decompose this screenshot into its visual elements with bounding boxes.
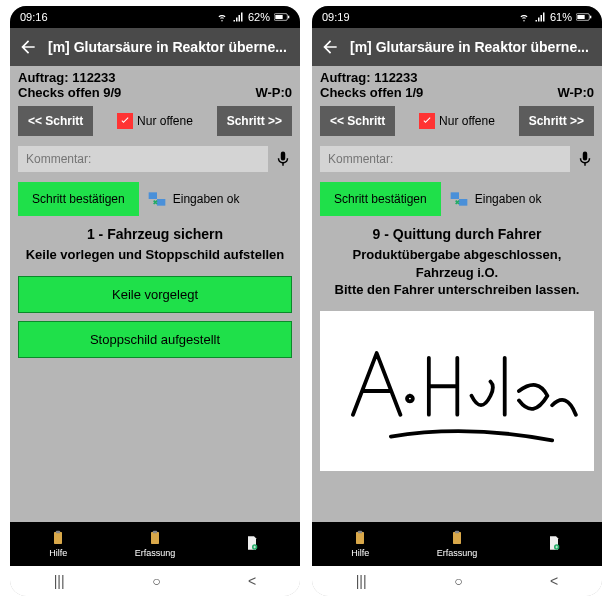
svg-rect-11 <box>577 15 584 19</box>
prev-step-button[interactable]: << Schritt <box>18 106 93 136</box>
clipboard-icon <box>147 530 163 546</box>
checks-open: Checks offen 1/9 <box>320 85 423 100</box>
svg-rect-15 <box>356 532 364 544</box>
status-indicators: 62% <box>216 11 290 23</box>
auftrag-value: 112233 <box>72 70 115 85</box>
system-nav: ||| ○ < <box>312 566 602 596</box>
home-button[interactable]: ○ <box>152 573 160 589</box>
svg-rect-14 <box>459 199 467 206</box>
confirm-step-button[interactable]: Schritt bestätigen <box>320 182 441 216</box>
bottom-tabs: Hilfe Erfassung <box>10 522 300 566</box>
svg-rect-13 <box>450 192 458 199</box>
back-icon[interactable] <box>320 37 340 57</box>
back-icon[interactable] <box>18 37 38 57</box>
checkbox-icon <box>117 113 133 129</box>
checks-open: Checks offen 9/9 <box>18 85 121 100</box>
clipboard-icon <box>352 530 368 546</box>
svg-rect-2 <box>288 16 289 19</box>
phone-screen-right: 09:19 61% [m] Glutarsäure in Reaktor übe… <box>312 6 602 596</box>
only-open-checkbox[interactable]: Nur offene <box>101 113 208 129</box>
content-spacer <box>10 362 300 522</box>
clipboard-icon <box>449 530 465 546</box>
comment-input[interactable] <box>18 146 268 172</box>
tab-erfassung[interactable]: Erfassung <box>409 530 506 558</box>
task-button-stoppschild[interactable]: Stoppschild aufgestellt <box>18 321 292 358</box>
step-title: 9 - Quittung durch Fahrer <box>312 220 602 244</box>
battery-text: 62% <box>248 11 270 23</box>
tab-hilfe-label: Hilfe <box>49 548 67 558</box>
next-step-button[interactable]: Schritt >> <box>217 106 292 136</box>
recent-apps-button[interactable]: ||| <box>356 573 367 589</box>
order-info: Auftrag: 112233 Checks offen 9/9 W-P:0 <box>10 66 300 102</box>
back-button[interactable]: < <box>550 573 558 589</box>
app-header: [m] Glutarsäure in Reaktor überne... <box>312 28 602 66</box>
confirm-row: Schritt bestätigen Eingaben ok <box>10 178 300 220</box>
mic-icon[interactable] <box>274 150 292 168</box>
eingaben-label: Eingaben ok <box>475 192 542 206</box>
auftrag-label: Auftrag: <box>320 70 371 85</box>
clipboard-icon <box>50 530 66 546</box>
status-indicators: 61% <box>518 11 592 23</box>
signal-icon <box>534 11 546 23</box>
svg-rect-8 <box>153 531 157 534</box>
only-open-checkbox[interactable]: Nur offene <box>403 113 510 129</box>
comment-input[interactable] <box>320 146 570 172</box>
app-header: [m] Glutarsäure in Reaktor überne... <box>10 28 300 66</box>
transfer-icon <box>147 189 167 209</box>
svg-rect-6 <box>56 531 60 534</box>
signal-icon <box>232 11 244 23</box>
confirm-step-button[interactable]: Schritt bestätigen <box>18 182 139 216</box>
home-button[interactable]: ○ <box>454 573 462 589</box>
tab-erfassung[interactable]: Erfassung <box>107 530 204 558</box>
svg-rect-1 <box>275 15 282 19</box>
confirm-row: Schritt bestätigen Eingaben ok <box>312 178 602 220</box>
next-step-button[interactable]: Schritt >> <box>519 106 594 136</box>
wp-value: W-P:0 <box>255 85 292 100</box>
tab-hilfe[interactable]: Hilfe <box>312 530 409 558</box>
auftrag-value: 112233 <box>374 70 417 85</box>
battery-icon <box>576 12 592 22</box>
tab-hilfe[interactable]: Hilfe <box>10 530 107 558</box>
status-time: 09:19 <box>322 11 350 23</box>
tab-doc[interactable] <box>203 535 300 553</box>
step-nav: << Schritt Nur offene Schritt >> <box>10 102 300 140</box>
svg-rect-16 <box>358 531 362 534</box>
svg-rect-17 <box>453 532 461 544</box>
eingaben-ok[interactable]: Eingaben ok <box>147 189 240 209</box>
svg-rect-12 <box>590 16 591 19</box>
task-button-keile[interactable]: Keile vorgelegt <box>18 276 292 313</box>
only-open-label: Nur offene <box>439 114 495 128</box>
eingaben-ok[interactable]: Eingaben ok <box>449 189 542 209</box>
bottom-tabs: Hilfe Erfassung <box>312 522 602 566</box>
prev-step-button[interactable]: << Schritt <box>320 106 395 136</box>
svg-rect-18 <box>455 531 459 534</box>
tab-erfassung-label: Erfassung <box>135 548 176 558</box>
comment-row <box>10 140 300 178</box>
battery-text: 61% <box>550 11 572 23</box>
wp-value: W-P:0 <box>557 85 594 100</box>
recent-apps-button[interactable]: ||| <box>54 573 65 589</box>
status-bar: 09:19 61% <box>312 6 602 28</box>
eingaben-label: Eingaben ok <box>173 192 240 206</box>
back-button[interactable]: < <box>248 573 256 589</box>
status-time: 09:16 <box>20 11 48 23</box>
status-bar: 09:16 62% <box>10 6 300 28</box>
order-info: Auftrag: 112233 Checks offen 1/9 W-P:0 <box>312 66 602 102</box>
auftrag-label: Auftrag: <box>18 70 69 85</box>
mic-icon[interactable] <box>576 150 594 168</box>
battery-icon <box>274 12 290 22</box>
tab-doc[interactable] <box>505 535 602 553</box>
transfer-icon <box>449 189 469 209</box>
document-add-icon <box>546 535 562 551</box>
svg-rect-5 <box>54 532 62 544</box>
document-add-icon <box>244 535 260 551</box>
header-title: [m] Glutarsäure in Reaktor überne... <box>350 39 594 55</box>
signature-drawing <box>334 319 581 463</box>
signature-pad[interactable] <box>320 311 594 471</box>
step-nav: << Schritt Nur offene Schritt >> <box>312 102 602 140</box>
wifi-icon <box>518 11 530 23</box>
svg-rect-4 <box>157 199 165 206</box>
tab-hilfe-label: Hilfe <box>351 548 369 558</box>
wifi-icon <box>216 11 228 23</box>
step-description: Keile vorlegen und Stoppschild aufstelle… <box>10 244 300 272</box>
